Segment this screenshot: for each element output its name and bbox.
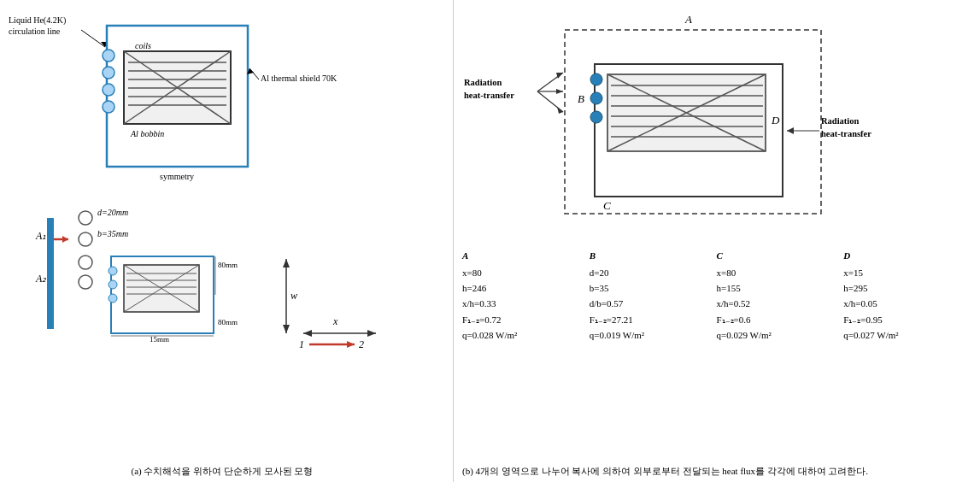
x-arrow-left	[303, 330, 312, 337]
b-label-diag: B	[578, 92, 584, 105]
circ-dot3	[103, 84, 114, 96]
rad-arrowhead-lt	[556, 73, 563, 79]
coils-label: coils	[135, 41, 151, 50]
col-b-row3: F₁₋₂=27.21	[590, 312, 713, 327]
radiation-right-label2: heat-transfer	[821, 129, 871, 138]
col-d-row0: x=15	[843, 265, 966, 280]
col-a-row3: F₁₋₂=0.72	[462, 312, 585, 327]
col-b-header: B	[590, 248, 713, 263]
a-label-top: A	[684, 13, 692, 26]
caption-left: (a) 수치해석을 위하여 단순하게 모사된 모형	[4, 465, 440, 478]
c-label-diag: C	[603, 199, 611, 212]
right-panel: A B C D Radiation heat-tr	[453, 0, 980, 482]
d-label: d=20mm	[97, 208, 128, 217]
mm80-bot: 80mm	[218, 318, 238, 326]
col-b-row0: d=20	[590, 265, 713, 280]
col-c-row2: x/h=0.52	[717, 296, 840, 311]
mm15: 15mm	[150, 335, 169, 344]
al-bobbin-label: Al bobbin	[130, 129, 164, 138]
symmetry-label: symmetry	[160, 172, 194, 181]
liquid-he-label2: circulation line	[9, 26, 61, 36]
red-arrow2-head	[347, 341, 355, 348]
arrow-line	[81, 30, 105, 47]
col-a-header: A	[462, 248, 585, 263]
radiation-diagram-svg: A B C D Radiation heat-tr	[462, 4, 966, 235]
a2-label: A₂	[35, 273, 47, 285]
r-dot3	[590, 111, 602, 123]
r-dot1	[590, 73, 602, 85]
mm80-top: 80mm	[218, 261, 238, 269]
dev-dot3	[109, 294, 117, 303]
d-circle	[79, 211, 92, 225]
r-dot2	[590, 92, 602, 104]
circ-dot2	[103, 67, 114, 79]
radiation-left-label2: heat-transfer	[464, 91, 514, 100]
a2-circle	[79, 256, 92, 269]
col-d-header: D	[843, 248, 966, 263]
w-arrow-top	[283, 259, 290, 267]
dev-dot1	[109, 267, 117, 275]
a1-label: A₁	[35, 230, 46, 242]
numerical-diagram-svg: A₁ A₂ d=20mm b=35mm	[0, 192, 444, 372]
col-a: A x=80 h=246 x/h=0.33 F₁₋₂=0.72 q=0.028 …	[462, 248, 585, 343]
left-panel: Liquid He(4.2K) circulation line	[0, 0, 453, 482]
col-b: B d=20 b=35 d/b=0.57 F₁₋₂=27.21 q=0.019 …	[590, 248, 713, 343]
circ-dot4	[103, 101, 114, 113]
b-label: b=35mm	[97, 229, 128, 238]
data-table: A x=80 h=246 x/h=0.33 F₁₋₂=0.72 q=0.028 …	[462, 248, 966, 343]
rad-arrowhead-lm	[556, 89, 563, 94]
col-c-row4: q=0.029 W/m²	[717, 327, 840, 343]
col-d-row3: F₁₋₂=0.95	[843, 312, 966, 327]
col-a-row2: x/h=0.33	[462, 296, 585, 311]
main-container: Liquid He(4.2K) circulation line	[0, 0, 980, 482]
coil-diagram-svg: Liquid He(4.2K) circulation line	[4, 4, 449, 188]
liquid-he-label: Liquid He(4.2K)	[9, 15, 66, 26]
col-a-row0: x=80	[462, 265, 585, 280]
w-label: w	[290, 290, 297, 302]
num2-label: 2	[359, 338, 364, 350]
caption-right: (b) 4개의 영역으로 나누어 복사에 의하여 외부로부터 전달되는 heat…	[462, 464, 966, 479]
x-arrow-right	[367, 330, 376, 337]
col-d-row2: x/h=0.05	[843, 296, 966, 311]
col-b-row2: d/b=0.57	[590, 296, 713, 311]
col-c: C x=80 h=155 x/h=0.52 F₁₋₂=0.6 q=0.029 W…	[717, 248, 840, 343]
col-d-row1: h=295	[843, 280, 966, 296]
col-d-row4: q=0.027 W/m²	[843, 327, 966, 343]
col-c-row0: x=80	[717, 265, 840, 280]
red-arrow-head	[62, 236, 68, 243]
d-label-diag: D	[771, 114, 780, 126]
col-c-row1: h=155	[717, 280, 840, 296]
col-c-row3: F₁₋₂=0.6	[717, 312, 840, 327]
radiation-left-label1: Radiation	[464, 78, 502, 87]
num1-label: 1	[299, 338, 304, 350]
radiation-right-label1: Radiation	[821, 116, 860, 126]
a2-circle2	[79, 275, 92, 289]
circ-dot1	[103, 50, 114, 62]
dev-dot2	[109, 280, 117, 289]
b-circle	[79, 232, 92, 246]
rad-arrowhead-lb	[557, 107, 563, 114]
col-b-row4: q=0.019 W/m²	[590, 327, 713, 343]
col-c-header: C	[717, 248, 840, 263]
col-a-row1: h=246	[462, 280, 585, 296]
col-b-row1: b=35	[590, 280, 713, 296]
col-a-row4: q=0.028 W/m²	[462, 327, 585, 343]
x-label: x	[332, 315, 338, 327]
col-d: D x=15 h=295 x/h=0.05 F₁₋₂=0.95 q=0.027 …	[843, 248, 966, 343]
al-thermal-label: Al thermal shield 70K	[261, 73, 337, 83]
blue-bar	[47, 218, 54, 329]
w-arrow-bot	[283, 325, 290, 333]
